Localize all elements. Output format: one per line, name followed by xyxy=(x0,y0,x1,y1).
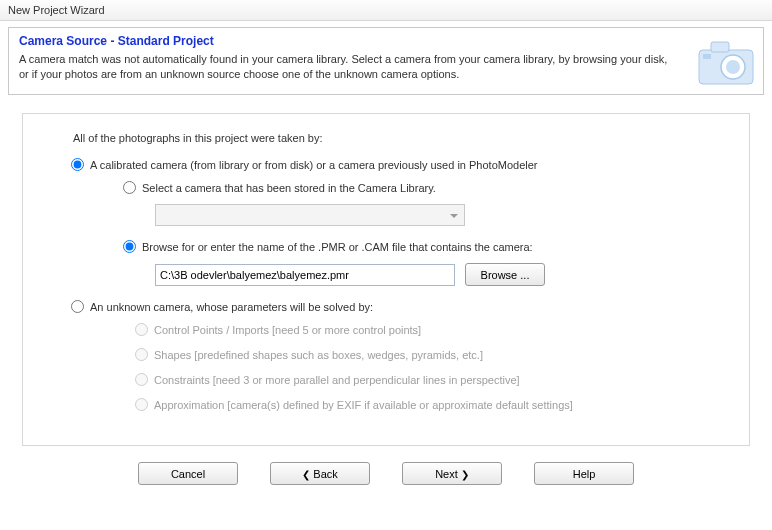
back-label: Back xyxy=(313,468,337,480)
radio-calibrated-row[interactable]: A calibrated camera (from library or fro… xyxy=(71,158,725,171)
radio-approx xyxy=(135,398,148,411)
radio-constraints-label: Constraints [need 3 or more parallel and… xyxy=(154,374,520,386)
radio-shapes xyxy=(135,348,148,361)
radio-control xyxy=(135,323,148,336)
radio-browse-row[interactable]: Browse for or enter the name of the .PMR… xyxy=(123,240,725,253)
footer-buttons: Cancel ❮ Back Next ❯ Help xyxy=(0,446,772,485)
next-label: Next xyxy=(435,468,458,480)
svg-point-3 xyxy=(726,60,740,74)
camera-path-input[interactable] xyxy=(155,264,455,286)
browse-button[interactable]: Browse ... xyxy=(465,263,545,286)
back-button[interactable]: ❮ Back xyxy=(270,462,370,485)
camera-library-combo[interactable] xyxy=(155,204,465,226)
chevron-left-icon: ❮ xyxy=(302,469,310,480)
chevron-right-icon: ❯ xyxy=(461,469,469,480)
radio-library[interactable] xyxy=(123,181,136,194)
radio-unknown-row[interactable]: An unknown camera, whose parameters will… xyxy=(71,300,725,313)
window-titlebar: New Project Wizard xyxy=(0,0,772,21)
cancel-button[interactable]: Cancel xyxy=(138,462,238,485)
svg-rect-1 xyxy=(711,42,729,52)
radio-unknown-label: An unknown camera, whose parameters will… xyxy=(90,301,373,313)
radio-constraints xyxy=(135,373,148,386)
radio-library-row[interactable]: Select a camera that has been stored in … xyxy=(123,181,725,194)
path-row: Browse ... xyxy=(155,263,725,286)
page-title: Camera Source - Standard Project xyxy=(19,34,753,48)
radio-approx-row: Approximation [camera(s) defined by EXIF… xyxy=(135,398,725,411)
svg-rect-4 xyxy=(703,54,711,59)
camera-icon xyxy=(693,32,759,92)
radio-unknown[interactable] xyxy=(71,300,84,313)
radio-constraints-row: Constraints [need 3 or more parallel and… xyxy=(135,373,725,386)
intro-text: All of the photographs in this project w… xyxy=(73,132,725,144)
content-panel: All of the photographs in this project w… xyxy=(22,113,750,446)
radio-calibrated-label: A calibrated camera (from library or fro… xyxy=(90,159,538,171)
radio-calibrated[interactable] xyxy=(71,158,84,171)
page-description: A camera match was not automatically fou… xyxy=(19,52,753,82)
radio-approx-label: Approximation [camera(s) defined by EXIF… xyxy=(154,399,573,411)
radio-browse-label: Browse for or enter the name of the .PMR… xyxy=(142,241,533,253)
radio-control-row: Control Points / Imports [need 5 or more… xyxy=(135,323,725,336)
radio-shapes-row: Shapes [predefined shapes such as boxes,… xyxy=(135,348,725,361)
radio-browse[interactable] xyxy=(123,240,136,253)
radio-shapes-label: Shapes [predefined shapes such as boxes,… xyxy=(154,349,483,361)
radio-control-label: Control Points / Imports [need 5 or more… xyxy=(154,324,421,336)
radio-library-label: Select a camera that has been stored in … xyxy=(142,182,436,194)
window-title: New Project Wizard xyxy=(8,4,105,16)
next-button[interactable]: Next ❯ xyxy=(402,462,502,485)
header-panel: Camera Source - Standard Project A camer… xyxy=(8,27,764,95)
help-button[interactable]: Help xyxy=(534,462,634,485)
